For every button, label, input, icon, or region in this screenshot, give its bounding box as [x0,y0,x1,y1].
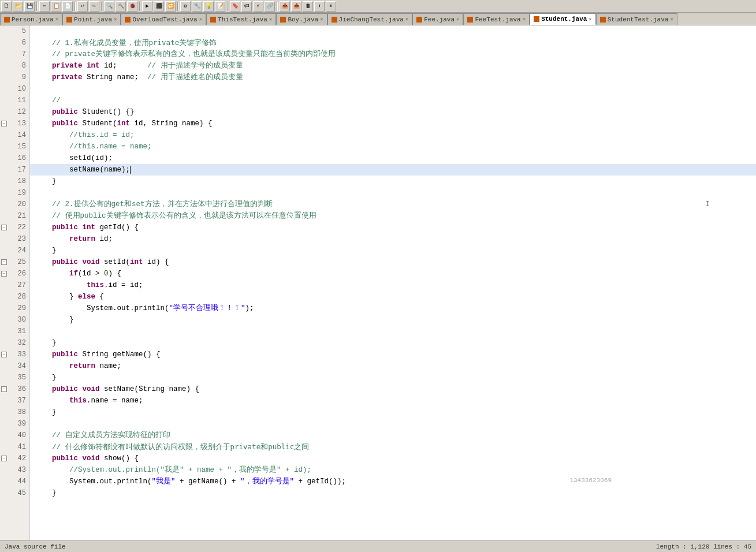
code-span-38: } [35,406,57,418]
tab-boy-java[interactable]: Boy.java ✕ [276,13,327,25]
code-kw-public-12: public [52,106,78,118]
tab-close-studenttest[interactable]: ✕ [670,16,673,23]
toolbar-btn-settings[interactable]: ⚙ [180,1,191,12]
code-line-31 [30,326,756,337]
line-num-5: 5 [0,25,29,37]
tab-close-feetest[interactable]: ✕ [523,16,526,23]
toolbar-btn-save[interactable]: 💾 [24,1,35,12]
code-span-27a [35,279,87,291]
tab-icon-jiechangtest [332,17,337,23]
toolbar-btn-tag[interactable]: 🏷 [241,1,252,12]
tab-feetest-java[interactable]: FeeTest.java ✕ [463,13,530,25]
toolbar-btn-bookmark[interactable]: 🔖 [230,1,240,12]
tab-icon-person [4,17,10,23]
toolbar-btn-build[interactable]: 🔨 [116,1,126,12]
code-line-15: //this.name = name; [30,141,756,152]
code-comment-8: // 用于描述学号的成员变量 [147,60,243,72]
code-line-40: // 自定义成员方法实现特征的打印 [30,430,756,441]
tab-label-fee: Fee.java [424,16,455,23]
code-kw-public-36: public [52,383,78,395]
code-kw-public-42: public [52,453,78,464]
code-line-11: // [30,95,756,106]
tab-point-java[interactable]: Point.java ✕ [62,13,121,25]
toolbar-btn-new[interactable]: 🗋 [1,1,12,12]
toolbar-btn-refactor[interactable]: 🔧 [192,1,202,12]
line-num-38: 38 [0,406,29,418]
tab-close-person[interactable]: ✕ [55,16,58,23]
tab-close-student[interactable]: ✕ [589,16,591,23]
tab-close-fee[interactable]: ✕ [456,16,459,23]
tab-label-jiechangtest: JieChangTest.java [339,16,404,23]
toolbar-btn-stop[interactable]: ⬛ [154,1,164,12]
code-span-8b [83,60,87,72]
tab-overload-java[interactable]: OverloadTest.java ✕ [121,13,206,25]
tab-fee-java[interactable]: Fee.java ✕ [412,13,463,25]
line-num-29: 29 [0,303,29,314]
tab-close-boy[interactable]: ✕ [320,16,323,23]
toolbar-btn-import[interactable]: 📥 [291,1,301,12]
code-comment-9: // 用于描述姓名的成员变量 [147,72,243,83]
code-content[interactable]: // 1.私有化成员变量，使用private关键字修饰 // private关键… [30,25,756,540]
code-span-28b: { [95,291,104,303]
tab-student-java[interactable]: Student.java ✕ [530,13,596,25]
toolbar-sep-6 [227,2,228,11]
code-span-45: } [35,487,57,499]
code-span-42c: show() { [100,453,139,464]
line-num-16: 16 [0,152,29,164]
toolbar-sep-3 [101,2,102,11]
toolbar-btn-down[interactable]: ⬇ [326,1,336,12]
toolbar-btn-hint[interactable]: 💡 [203,1,214,12]
code-span-13a [35,118,52,129]
line-num-12: 12 [0,106,29,118]
collapse-25[interactable]: − [1,259,7,265]
code-line-10 [30,83,756,95]
toolbar-btn-restart[interactable]: 🔁 [165,1,176,12]
toolbar-btn-redo[interactable]: ↪ [89,1,99,12]
collapse-42[interactable]: − [1,456,7,461]
code-line-27: this.id = id; [30,279,756,291]
line-num-8: 8 [0,60,29,72]
tab-jiechangtest-java[interactable]: JieChangTest.java ✕ [327,13,413,25]
tab-close-thistest[interactable]: ✕ [269,16,272,23]
tab-close-jiechangtest[interactable]: ✕ [405,16,408,23]
code-kw-void-42: void [83,453,100,464]
toolbar-btn-debug[interactable]: 🐞 [127,1,137,12]
toolbar-btn-copy[interactable]: 📋 [51,1,61,12]
code-span-6: // 1.私有化成员变量，使用private关键字修饰 [35,37,217,49]
collapse-26[interactable]: − [1,271,7,277]
toolbar-btn-run[interactable]: ▶ [142,1,152,12]
tab-thistest-java[interactable]: ThisTest.java ✕ [206,13,276,25]
code-line-35: } [30,372,756,383]
code-line-29: System.out.println("学号不合理哦！！！"); [30,303,756,314]
collapse-36[interactable]: − [1,386,7,392]
collapse-13[interactable]: − [1,121,7,126]
toolbar-btn-search[interactable]: 🔍 [104,1,114,12]
code-line-21: // 使用public关键字修饰表示公有的含义，也就是该方法可以在任意位置使用 [30,210,756,222]
watermark-text: 13433623069 [569,475,612,486]
code-kw-public-25: public [52,256,78,268]
tab-studenttest-java[interactable]: StudentTest.java ✕ [596,13,677,25]
toolbar-btn-flash[interactable]: ⚡ [253,1,263,12]
toolbar-btn-undo[interactable]: ↩ [77,1,88,12]
code-line-19 [30,187,756,199]
toolbar-btn-up[interactable]: ⬆ [314,1,325,12]
tab-close-overload[interactable]: ✕ [199,16,202,23]
line-num-6: 6 [0,37,29,49]
toolbar-btn-open[interactable]: 📂 [13,1,23,12]
tab-close-point[interactable]: ✕ [114,16,117,23]
toolbar-btn-cut[interactable]: ✂ [39,1,50,12]
toolbar-btn-format[interactable]: 📝 [215,1,225,12]
toolbar-btn-delete[interactable]: 🗑 [303,1,313,12]
collapse-22[interactable]: − [1,225,7,230]
toolbar-btn-export[interactable]: 📤 [280,1,290,12]
code-span-13b: Student( [78,118,117,129]
toolbar-btn-link[interactable]: 🔗 [265,1,275,12]
toolbar-btn-paste[interactable]: 📄 [62,1,73,12]
code-line-37: this.name = name; [30,395,756,406]
collapse-33[interactable]: − [1,352,7,357]
code-span-7: // private关键字修饰表示私有的含义，也就是该成员变量只能在当前类的内部… [35,49,336,60]
code-line-12: public Student() {} [30,106,756,118]
tab-person-java[interactable]: Person.java ✕ [0,13,62,25]
line-num-19: 19 [0,187,29,199]
tab-icon-boy [280,17,286,23]
